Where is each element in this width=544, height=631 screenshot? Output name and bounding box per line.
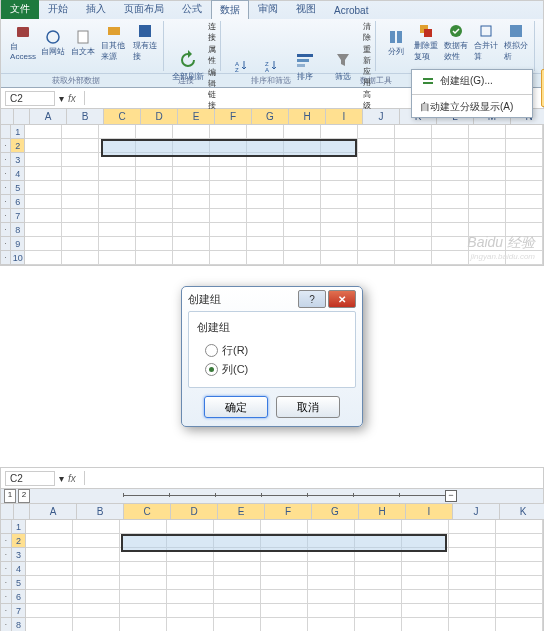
cell[interactable] <box>247 251 284 265</box>
cell[interactable] <box>355 534 402 548</box>
tab-acrobat[interactable]: Acrobat <box>325 2 377 19</box>
tab-review[interactable]: 审阅 <box>249 0 287 19</box>
radio-cols[interactable]: 列(C) <box>197 360 347 379</box>
tab-data[interactable]: 数据 <box>211 0 249 19</box>
outline-level-2[interactable]: 2 <box>18 489 30 503</box>
cell[interactable] <box>432 181 469 195</box>
cell[interactable] <box>25 153 62 167</box>
cell[interactable] <box>469 139 506 153</box>
cell[interactable] <box>358 153 395 167</box>
cell[interactable] <box>26 604 73 618</box>
cell[interactable] <box>321 125 358 139</box>
cell[interactable] <box>136 125 173 139</box>
remove-dup-button[interactable]: 删除重复项 <box>412 21 440 64</box>
cell[interactable] <box>395 251 432 265</box>
cell[interactable] <box>395 237 432 251</box>
cell[interactable] <box>120 604 167 618</box>
cell[interactable] <box>62 167 99 181</box>
cell[interactable] <box>432 125 469 139</box>
cell[interactable] <box>321 153 358 167</box>
cell[interactable] <box>355 576 402 590</box>
cell[interactable] <box>210 153 247 167</box>
col-header-E[interactable]: E <box>178 109 215 125</box>
row-header[interactable]: 3 <box>11 153 25 167</box>
cell[interactable] <box>355 520 402 534</box>
cell[interactable] <box>99 139 136 153</box>
cell[interactable] <box>167 604 214 618</box>
cell[interactable] <box>26 534 73 548</box>
whatif-button[interactable]: 模拟分析 <box>502 21 530 64</box>
col2-D[interactable]: D <box>171 504 218 520</box>
cell[interactable] <box>308 604 355 618</box>
col-header-F[interactable]: F <box>215 109 252 125</box>
cell[interactable] <box>214 590 261 604</box>
col-header-A[interactable]: A <box>30 109 67 125</box>
cell[interactable] <box>284 237 321 251</box>
cell[interactable] <box>73 618 120 631</box>
cell[interactable] <box>62 237 99 251</box>
cell[interactable] <box>261 534 308 548</box>
cell[interactable] <box>496 604 543 618</box>
cell[interactable] <box>173 195 210 209</box>
text-to-cols-button[interactable]: 分列 <box>382 27 410 59</box>
cell[interactable] <box>308 618 355 631</box>
cell[interactable] <box>73 548 120 562</box>
name-box-dropdown-icon[interactable]: ▾ <box>59 93 64 104</box>
cell[interactable] <box>395 167 432 181</box>
cell[interactable] <box>358 139 395 153</box>
cell[interactable] <box>167 562 214 576</box>
cell[interactable] <box>99 125 136 139</box>
cell[interactable] <box>308 534 355 548</box>
cell[interactable] <box>261 604 308 618</box>
from-web-button[interactable]: 自网站 <box>39 27 67 59</box>
cell[interactable] <box>321 139 358 153</box>
cell[interactable] <box>321 223 358 237</box>
properties-link[interactable]: 属性 <box>208 44 216 66</box>
validation-button[interactable]: 数据有效性 <box>442 21 470 64</box>
formula-input-2[interactable] <box>84 471 539 485</box>
cell[interactable] <box>402 590 449 604</box>
name-box-dropdown-icon-2[interactable]: ▾ <box>59 473 64 484</box>
cell[interactable] <box>25 237 62 251</box>
cell[interactable] <box>449 618 496 631</box>
cell[interactable] <box>247 237 284 251</box>
cell[interactable] <box>432 209 469 223</box>
col2-I[interactable]: I <box>406 504 453 520</box>
cell[interactable] <box>26 590 73 604</box>
cell[interactable] <box>247 209 284 223</box>
ok-button[interactable]: 确定 <box>204 396 268 418</box>
cell[interactable] <box>402 576 449 590</box>
row-header[interactable]: 1 <box>11 125 25 139</box>
connections-link[interactable]: 连接 <box>208 21 216 43</box>
sort-button[interactable]: 排序 <box>287 48 323 84</box>
cell[interactable] <box>261 562 308 576</box>
sort-za-button[interactable]: ZA <box>257 56 285 76</box>
cell[interactable] <box>173 125 210 139</box>
cell[interactable] <box>395 223 432 237</box>
cell[interactable] <box>284 139 321 153</box>
col-header-C[interactable]: C <box>104 109 141 125</box>
cell[interactable] <box>469 153 506 167</box>
cell[interactable] <box>173 153 210 167</box>
cell[interactable] <box>210 223 247 237</box>
cell[interactable] <box>136 153 173 167</box>
cell[interactable] <box>506 167 543 181</box>
dialog-help-button[interactable]: ? <box>298 290 326 308</box>
cell[interactable] <box>210 195 247 209</box>
cancel-button[interactable]: 取消 <box>276 396 340 418</box>
cell[interactable] <box>120 548 167 562</box>
cell[interactable] <box>173 251 210 265</box>
cell[interactable] <box>25 125 62 139</box>
row-header[interactable]: 9 <box>11 237 25 251</box>
col2-A[interactable]: A <box>30 504 77 520</box>
cell[interactable] <box>136 139 173 153</box>
dialog-titlebar[interactable]: 创建组 ? ✕ <box>182 287 362 311</box>
cell[interactable] <box>210 139 247 153</box>
cell[interactable] <box>25 251 62 265</box>
cell[interactable] <box>355 590 402 604</box>
fx-icon-2[interactable]: fx <box>68 473 76 484</box>
cell[interactable] <box>432 223 469 237</box>
cell[interactable] <box>506 209 543 223</box>
cell[interactable] <box>25 167 62 181</box>
cell[interactable] <box>432 167 469 181</box>
